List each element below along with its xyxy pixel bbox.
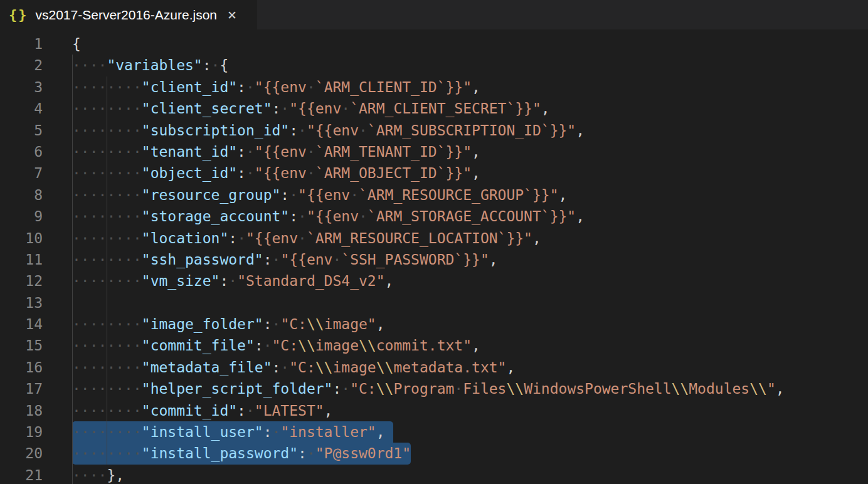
whitespace-dots: ········ bbox=[72, 100, 142, 117]
code-line[interactable]: 4········"client_secret":·"{{env·`ARM_CL… bbox=[0, 98, 868, 119]
line-number[interactable]: 6 bbox=[0, 141, 72, 162]
line-content[interactable]: ········"helper_script_folder":·"C:\\Pro… bbox=[72, 378, 868, 399]
code-line[interactable]: 20········"install_password":·"P@ssw0rd1… bbox=[0, 443, 868, 464]
line-number[interactable]: 12 bbox=[0, 270, 72, 292]
code-line[interactable]: 5········"subscription_id":·"{{env·`ARM_… bbox=[0, 120, 868, 141]
line-content[interactable]: ········"storage_account":·"{{env·`ARM_S… bbox=[72, 206, 868, 227]
code-line[interactable]: 18········"commit_id":·"LATEST", bbox=[0, 400, 868, 421]
line-content[interactable]: ········"commit_file":·"C:\\image\\commi… bbox=[72, 335, 868, 356]
token-s: "C: bbox=[280, 316, 307, 332]
code-line[interactable]: 3········"client_id":·"{{env·`ARM_CLIENT… bbox=[0, 76, 868, 98]
whitespace-dots: · bbox=[454, 381, 463, 397]
code-line[interactable]: 17········"helper_script_folder":·"C:\\P… bbox=[0, 378, 868, 399]
code-line[interactable]: 15········"commit_file":·"C:\\image\\com… bbox=[0, 335, 868, 356]
line-number[interactable]: 20 bbox=[0, 443, 72, 464]
whitespace-dots: ········ bbox=[72, 144, 142, 160]
line-number[interactable]: 14 bbox=[0, 313, 72, 335]
token-k: "helper_script_folder" bbox=[142, 381, 333, 397]
line-number[interactable]: 8 bbox=[0, 184, 72, 206]
whitespace-dots: · bbox=[246, 402, 255, 419]
line-number[interactable]: 21 bbox=[0, 465, 72, 484]
line-content[interactable]: ········"object_id":·"{{env·`ARM_OBJECT_… bbox=[72, 162, 868, 184]
line-content[interactable]: ····"variables":·{ bbox=[72, 55, 868, 76]
line-content[interactable]: ····}, bbox=[72, 465, 868, 484]
line-number[interactable]: 18 bbox=[0, 400, 72, 421]
line-content[interactable] bbox=[72, 292, 868, 313]
token-s: "Standard_DS4_v2" bbox=[237, 273, 384, 289]
line-number[interactable]: 3 bbox=[0, 76, 72, 98]
code-area[interactable]: 1{2····"variables":·{3········"client_id… bbox=[0, 33, 868, 484]
line-content[interactable]: ········"client_secret":·"{{env·`ARM_CLI… bbox=[72, 98, 868, 119]
tab-vs2017-server2016-azure-json[interactable]: {} vs2017-Server2016-Azure.json ✕ bbox=[0, 0, 257, 29]
token-s: "{{env bbox=[280, 251, 332, 268]
whitespace-dots: · bbox=[246, 144, 255, 160]
code-line[interactable]: 10········"location":·"{{env·`ARM_RESOUR… bbox=[0, 228, 868, 249]
token-s: Modules bbox=[689, 381, 749, 397]
token-s: `ARM_CLIENT_SECRET`}}" bbox=[350, 100, 541, 117]
token-s: Program bbox=[393, 381, 454, 397]
code-line[interactable]: 14········"image_folder":·"C:\\image", bbox=[0, 313, 868, 335]
line-content[interactable]: ········"image_folder":·"C:\\image", bbox=[72, 313, 868, 335]
line-number[interactable]: 10 bbox=[0, 228, 72, 249]
code-line[interactable]: 21····}, bbox=[0, 465, 868, 484]
code-line[interactable]: 13 bbox=[0, 292, 868, 313]
line-content[interactable]: ········"install_user":·"installer", bbox=[72, 421, 868, 443]
token-p: }, bbox=[107, 467, 124, 483]
line-content[interactable]: ········"tenant_id":·"{{env·`ARM_TENANT_… bbox=[72, 141, 868, 162]
token-s: WindowsPowerShell bbox=[524, 381, 671, 397]
token-p: , bbox=[376, 316, 385, 332]
line-number[interactable]: 15 bbox=[0, 335, 72, 356]
token-s: "{{env bbox=[307, 208, 359, 224]
token-p: : bbox=[237, 144, 246, 160]
token-k: "commit_id" bbox=[142, 402, 237, 419]
line-content[interactable]: ········"vm_size":·"Standard_DS4_v2", bbox=[72, 270, 868, 292]
line-number[interactable]: 9 bbox=[0, 206, 72, 227]
token-s: Files bbox=[463, 381, 506, 397]
editor[interactable]: 1{2····"variables":·{3········"client_id… bbox=[0, 29, 868, 484]
token-p: : bbox=[237, 165, 246, 181]
code-line[interactable]: 19········"install_user":·"installer", bbox=[0, 421, 868, 443]
close-icon[interactable]: ✕ bbox=[227, 8, 237, 22]
token-p: , bbox=[472, 165, 480, 181]
tab-title: vs2017-Server2016-Azure.json bbox=[36, 8, 218, 23]
line-content[interactable]: ········"commit_id":·"LATEST", bbox=[72, 400, 868, 421]
line-number[interactable]: 5 bbox=[0, 120, 72, 141]
token-s: `ARM_RESOURCE_GROUP`}}" bbox=[359, 187, 559, 203]
line-number[interactable]: 19 bbox=[0, 421, 72, 443]
code-line[interactable]: 12········"vm_size":·"Standard_DS4_v2", bbox=[0, 270, 868, 292]
code-line[interactable]: 7········"object_id":·"{{env·`ARM_OBJECT… bbox=[0, 162, 868, 184]
line-content[interactable]: ········"install_password":·"P@ssw0rd1" bbox=[72, 443, 868, 464]
token-k: "resource_group" bbox=[142, 187, 281, 203]
line-number[interactable]: 13 bbox=[0, 292, 72, 313]
code-line[interactable]: 1{ bbox=[0, 33, 868, 55]
code-line[interactable]: 11········"ssh_password":·"{{env·`SSH_PA… bbox=[0, 249, 868, 270]
token-s: "{{env bbox=[298, 187, 350, 203]
line-content[interactable]: ········"ssh_password":·"{{env·`SSH_PASS… bbox=[72, 249, 868, 270]
token-k: "client_id" bbox=[142, 79, 237, 95]
token-p: : bbox=[263, 424, 272, 440]
line-number[interactable]: 2 bbox=[0, 55, 72, 76]
code-line[interactable]: 6········"tenant_id":·"{{env·`ARM_TENANT… bbox=[0, 141, 868, 162]
code-line[interactable]: 9········"storage_account":·"{{env·`ARM_… bbox=[0, 206, 868, 227]
line-number[interactable]: 11 bbox=[0, 249, 72, 270]
token-k: "install_password" bbox=[142, 445, 298, 461]
code-line[interactable]: 2····"variables":·{ bbox=[0, 55, 868, 76]
line-content[interactable]: ········"location":·"{{env·`ARM_RESOURCE… bbox=[72, 228, 868, 249]
token-p: , bbox=[559, 187, 568, 203]
token-e: \\ bbox=[506, 381, 524, 397]
line-number[interactable]: 7 bbox=[0, 162, 72, 184]
line-content[interactable]: ········"resource_group":·"{{env·`ARM_RE… bbox=[72, 184, 868, 206]
code-line[interactable]: 8········"resource_group":·"{{env·`ARM_R… bbox=[0, 184, 868, 206]
code-line[interactable]: 16········"metadata_file":·"C:\\image\\m… bbox=[0, 357, 868, 378]
line-content[interactable]: ········"metadata_file":·"C:\\image\\met… bbox=[72, 357, 868, 378]
whitespace-dots: · bbox=[272, 316, 281, 332]
line-number[interactable]: 17 bbox=[0, 378, 72, 399]
line-number[interactable]: 1 bbox=[0, 33, 72, 55]
line-content[interactable]: ········"subscription_id":·"{{env·`ARM_S… bbox=[72, 120, 868, 141]
whitespace-dots: ········ bbox=[72, 273, 142, 289]
whitespace-dots: ········ bbox=[72, 424, 142, 440]
line-content[interactable]: { bbox=[72, 33, 868, 55]
line-content[interactable]: ········"client_id":·"{{env·`ARM_CLIENT_… bbox=[72, 76, 868, 98]
line-number[interactable]: 16 bbox=[0, 357, 72, 378]
line-number[interactable]: 4 bbox=[0, 98, 72, 119]
